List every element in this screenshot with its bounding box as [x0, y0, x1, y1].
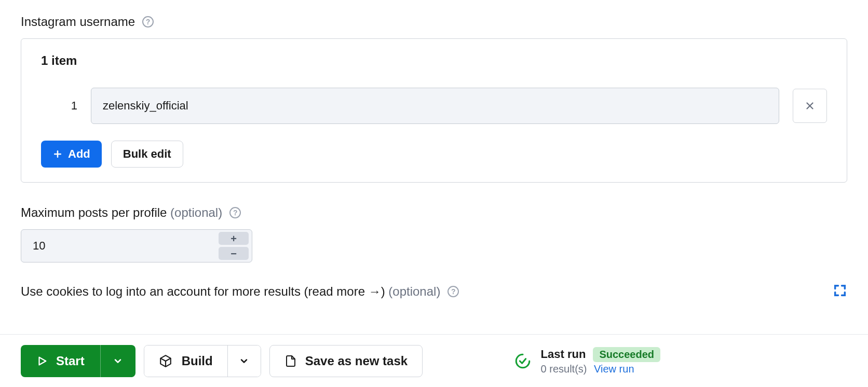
build-label: Build [182, 354, 213, 368]
success-check-icon [514, 352, 532, 370]
optional-text: (optional) [388, 284, 440, 298]
item-index: 1 [41, 99, 77, 113]
build-button-group: Build [144, 345, 261, 377]
help-icon[interactable]: ? [229, 207, 241, 218]
decrement-button[interactable]: − [219, 247, 249, 260]
plus-icon: + [230, 233, 237, 244]
start-button[interactable]: Start [21, 345, 100, 377]
item-count: 1 item [41, 53, 827, 68]
expand-icon[interactable] [833, 283, 847, 300]
close-icon [804, 100, 816, 112]
status-badge: Succeeded [593, 347, 660, 362]
save-task-button[interactable]: Save as new task [269, 345, 423, 377]
username-item-row: 1 [41, 88, 827, 124]
cube-icon [159, 354, 172, 368]
max-posts-input[interactable] [21, 230, 219, 262]
minus-icon: − [230, 248, 237, 259]
last-run-label: Last run [541, 348, 586, 361]
view-run-link[interactable]: View run [594, 363, 634, 375]
list-buttons: Add Bulk edit [41, 141, 827, 168]
chevron-down-icon [113, 356, 123, 366]
start-label: Start [56, 354, 85, 368]
add-button[interactable]: Add [41, 141, 102, 168]
file-icon [284, 355, 297, 367]
cookies-row: Use cookies to log into an account for m… [21, 283, 847, 300]
max-posts-label-row: Maximum posts per profile (optional) ? [21, 205, 847, 220]
remove-item-button[interactable] [793, 89, 827, 123]
svg-marker-4 [39, 357, 46, 365]
cookies-label-row: Use cookies to log into an account for m… [21, 284, 459, 299]
play-icon [36, 355, 48, 367]
username-label-row: Instagram username ? [21, 15, 847, 29]
help-icon[interactable]: ? [142, 16, 154, 27]
max-posts-label: Maximum posts per profile (optional) [21, 205, 222, 220]
build-button[interactable]: Build [144, 345, 227, 377]
username-label: Instagram username [21, 15, 135, 29]
bulk-edit-label: Bulk edit [123, 147, 171, 161]
chevron-down-icon [239, 356, 249, 366]
max-posts-stepper: + − [21, 229, 252, 262]
bulk-edit-button[interactable]: Bulk edit [111, 141, 183, 168]
results-count: 0 result(s) [541, 363, 587, 375]
start-button-group: Start [21, 345, 135, 377]
help-icon[interactable]: ? [447, 286, 459, 297]
start-dropdown-button[interactable] [100, 345, 135, 377]
build-dropdown-button[interactable] [227, 345, 261, 377]
save-label: Save as new task [305, 354, 408, 368]
username-input[interactable] [91, 88, 779, 124]
increment-button[interactable]: + [219, 232, 249, 245]
optional-text: (optional) [170, 205, 222, 219]
cookies-label: Use cookies to log into an account for m… [21, 284, 440, 299]
run-status: Last run Succeeded 0 result(s) View run [514, 347, 660, 375]
plus-icon [52, 149, 63, 159]
footer-bar: Start Build Save as new task Last run Su… [0, 334, 868, 387]
add-button-label: Add [68, 147, 90, 161]
username-list-box: 1 item 1 Add Bulk edit [21, 38, 847, 183]
